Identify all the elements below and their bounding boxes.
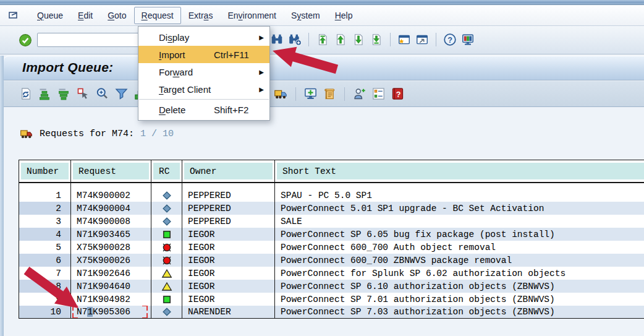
column-header-request[interactable]: Request: [71, 160, 151, 182]
cell-request[interactable]: N71K904640: [71, 280, 151, 293]
cell-request[interactable]: M74K900002: [71, 189, 151, 202]
filter-icon[interactable]: [114, 87, 129, 101]
cell-request[interactable]: M74K900008: [71, 215, 151, 228]
cell-rc[interactable]: [151, 306, 182, 318]
log-icon[interactable]: [323, 87, 337, 101]
cell-request[interactable]: N71K905306: [71, 306, 151, 318]
table-row[interactable]: 9N71K904982IEGORPowerConnect SP 7.01 aut…: [19, 293, 644, 306]
cell-number[interactable]: 7: [19, 267, 71, 280]
menu-item-display[interactable]: Display▶: [138, 28, 269, 46]
cell-request[interactable]: X75K900026: [71, 254, 151, 267]
cell-rc[interactable]: [151, 215, 182, 228]
column-header-short-text[interactable]: Short Text: [275, 160, 644, 182]
cell-number[interactable]: 4: [19, 228, 71, 241]
cell-number[interactable]: 5: [19, 241, 71, 254]
import-monitor-icon[interactable]: [303, 87, 318, 101]
menu-goto[interactable]: Goto: [100, 7, 133, 24]
cell-short-text[interactable]: PowerConnect SP 6.10 authorization objec…: [275, 280, 644, 293]
sort-asc-icon[interactable]: [38, 87, 52, 101]
table-row[interactable]: 5X75K900028IEGORPowerConnect 600_700 Aut…: [19, 241, 644, 254]
cell-request[interactable]: N71K902646: [71, 267, 151, 280]
menu-item-delete[interactable]: DeleteShift+F2: [138, 101, 269, 118]
cell-owner[interactable]: PEPPERED: [182, 215, 275, 228]
menu-help[interactable]: Help: [328, 7, 360, 24]
cell-short-text[interactable]: SPAU - PC 5.0 SP1: [275, 189, 644, 202]
table-row[interactable]: 1M74K900002PEPPEREDSPAU - PC 5.0 SP1: [19, 189, 644, 202]
cell-number[interactable]: 3: [19, 215, 71, 228]
cell-rc[interactable]: [151, 241, 182, 254]
column-header-owner[interactable]: Owner: [182, 160, 275, 182]
cell-rc[interactable]: [151, 293, 182, 306]
cell-number[interactable]: 8: [19, 280, 71, 293]
import-truck-icon[interactable]: [274, 87, 288, 101]
cell-short-text[interactable]: PowerConnect 5.01 SP1 upgrade - BC Set A…: [275, 202, 644, 215]
cell-rc[interactable]: [151, 254, 182, 267]
find-icon[interactable]: [270, 33, 284, 46]
menu-item-target-client[interactable]: Target Client▶: [138, 80, 269, 98]
menu-environment[interactable]: Environment: [220, 7, 284, 24]
user-icon[interactable]: [352, 87, 366, 101]
menu-item-forward[interactable]: Forward▶: [138, 63, 269, 80]
cell-owner[interactable]: IEGOR: [182, 241, 275, 254]
cell-owner[interactable]: IEGOR: [182, 228, 275, 241]
table-row[interactable]: 6X75K900026IEGORPowerConnect 600_700 ZBN…: [19, 254, 644, 267]
new-session-icon[interactable]: [397, 33, 411, 46]
cell-owner[interactable]: NARENDER: [182, 306, 275, 318]
cell-number[interactable]: 9: [19, 293, 71, 306]
cell-rc[interactable]: [151, 189, 182, 202]
refresh-icon[interactable]: [19, 87, 33, 101]
menu-edit[interactable]: Edit: [70, 7, 100, 24]
menu-system[interactable]: System: [284, 7, 328, 24]
command-field[interactable]: [37, 33, 140, 47]
cell-owner[interactable]: IEGOR: [182, 267, 275, 280]
cell-short-text[interactable]: PowerConnect SP 7.03 authorization objec…: [275, 306, 644, 318]
cell-owner[interactable]: PEPPERED: [182, 202, 275, 215]
cell-owner[interactable]: PEPPERED: [182, 189, 275, 202]
cell-owner[interactable]: IEGOR: [182, 280, 275, 293]
table-row[interactable]: 10N71K905306NARENDERPowerConnect SP 7.03…: [19, 306, 644, 319]
cell-short-text[interactable]: SALE: [275, 215, 644, 228]
first-page-icon[interactable]: [316, 33, 329, 46]
cell-short-text[interactable]: PowerConnect SP 6.05 bug fix package (po…: [275, 228, 644, 241]
cell-request[interactable]: X75K900028: [71, 241, 151, 254]
cell-rc[interactable]: [151, 228, 182, 241]
zoom-icon[interactable]: [95, 87, 109, 101]
column-header-rc[interactable]: RC: [151, 160, 182, 182]
cell-owner[interactable]: IEGOR: [182, 254, 275, 267]
column-header-number[interactable]: Number: [19, 160, 71, 182]
cell-short-text[interactable]: PowerConnect SP 7.01 authorization objec…: [275, 293, 644, 306]
cell-number[interactable]: 2: [19, 202, 71, 215]
menu-item-import[interactable]: ImportCtrl+F11: [138, 46, 269, 63]
cell-rc[interactable]: [151, 280, 182, 293]
cell-request[interactable]: N71K904982: [71, 293, 151, 306]
cell-number[interactable]: 6: [19, 254, 71, 267]
overview-icon[interactable]: [371, 87, 386, 101]
menu-request[interactable]: Request: [134, 7, 181, 24]
help-icon[interactable]: ?: [443, 33, 457, 46]
cell-owner[interactable]: IEGOR: [182, 293, 275, 306]
table-row[interactable]: 4N71K903465IEGORPowerConnect SP 6.05 bug…: [19, 228, 644, 241]
cell-request[interactable]: M74K900004: [71, 202, 151, 215]
enter-icon[interactable]: [19, 33, 32, 47]
table-row[interactable]: 3M74K900008PEPPEREDSALE: [19, 215, 644, 228]
cell-short-text[interactable]: PowerConnect for Splunk SP 6.02 authoriz…: [275, 267, 644, 280]
page-up-icon[interactable]: [334, 33, 347, 46]
customize-icon[interactable]: [461, 33, 475, 46]
table-row[interactable]: 7N71K902646IEGORPowerConnect for Splunk …: [19, 267, 644, 280]
help-book-icon[interactable]: ?: [391, 87, 405, 101]
select-block-icon[interactable]: [76, 87, 90, 101]
page-down-icon[interactable]: [352, 33, 365, 46]
shortcut-icon[interactable]: [415, 33, 429, 46]
menu-extras[interactable]: Extras: [181, 7, 221, 24]
cell-short-text[interactable]: PowerConnect 600_700 Auth object removal: [275, 241, 644, 254]
cell-short-text[interactable]: PowerConnect 600_700 ZBNWVS package remo…: [275, 254, 644, 267]
cell-rc[interactable]: [151, 202, 182, 215]
menu-queue[interactable]: Queue: [30, 7, 70, 24]
cell-number[interactable]: 10: [19, 306, 71, 318]
table-row[interactable]: 2M74K900004PEPPEREDPowerConnect 5.01 SP1…: [19, 202, 644, 215]
cell-number[interactable]: 1: [19, 189, 71, 202]
sort-desc-icon[interactable]: [57, 87, 71, 101]
cell-request[interactable]: N71K903465: [71, 228, 151, 241]
system-menu-icon[interactable]: [7, 9, 21, 22]
find-next-icon[interactable]: [288, 33, 302, 46]
